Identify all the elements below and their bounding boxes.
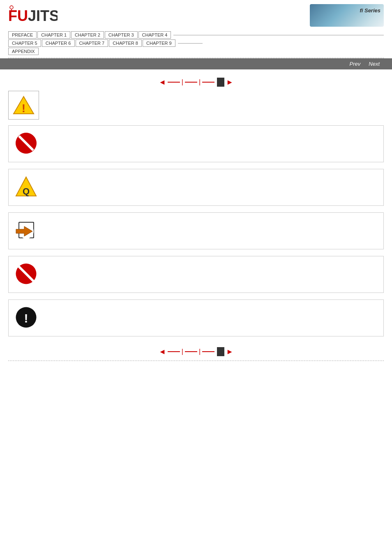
warning-text-area xyxy=(39,91,384,115)
section-prohibition-1 xyxy=(8,125,384,162)
bottom-page-line-2 xyxy=(185,351,197,352)
nav-chapter2[interactable]: CHAPTER 2 xyxy=(71,31,104,39)
caution-text xyxy=(44,173,379,175)
bottom-page-line-3 xyxy=(202,351,214,352)
svg-text:FU: FU xyxy=(8,7,28,24)
nav-appendix[interactable]: APPENDIX xyxy=(8,48,39,55)
prev-button[interactable]: Prev xyxy=(346,60,365,68)
prev-next-bar: Prev Next xyxy=(0,58,392,69)
nav-chapter9[interactable]: CHAPTER 9 xyxy=(143,39,175,47)
next-button[interactable]: Next xyxy=(364,60,384,68)
prohibition-icon-box-2 xyxy=(13,260,39,287)
warning-triangle-icon: ! xyxy=(12,95,35,115)
header: FU JITSU fi Series xyxy=(0,0,392,29)
prohibition-icon-2 xyxy=(15,263,37,285)
svg-text:JITSU: JITSU xyxy=(28,7,58,24)
bottom-divider xyxy=(8,360,384,361)
navigation: PREFACE CHAPTER 1 CHAPTER 2 CHAPTER 3 CH… xyxy=(0,29,392,55)
bottom-last-page-button[interactable]: ► xyxy=(226,348,233,356)
brand-banner: fi Series xyxy=(310,4,384,27)
bottom-first-page-button[interactable]: ◄ xyxy=(159,348,166,356)
nav-chapter6[interactable]: CHAPTER 6 xyxy=(42,39,75,47)
last-page-button[interactable]: ► xyxy=(226,78,233,87)
nav-row-3: APPENDIX xyxy=(8,48,384,55)
nav-row-2: CHAPTER 5 CHAPTER 6 CHAPTER 7 CHAPTER 8 … xyxy=(8,39,384,47)
bottom-nav-controls: ◄ | | ► xyxy=(159,347,233,356)
instruction-text xyxy=(44,217,379,219)
content-area: ! Q xyxy=(0,91,392,336)
page-line-2 xyxy=(185,82,197,83)
svg-text:!: ! xyxy=(22,102,25,115)
warning-icon-box: ! xyxy=(8,91,39,120)
important-icon: ! xyxy=(15,306,37,329)
top-page-controls: ◄ | | ► xyxy=(0,69,392,91)
next-indicator[interactable]: | xyxy=(199,78,201,86)
page-line-3 xyxy=(202,82,214,83)
section-important: ! xyxy=(8,299,384,336)
instruction-icon xyxy=(14,219,39,242)
section-prohibition-2 xyxy=(8,256,384,293)
important-text xyxy=(44,304,379,306)
nav-chapter1[interactable]: CHAPTER 1 xyxy=(37,31,70,39)
bottom-prev-page-button[interactable]: | xyxy=(182,348,183,355)
nav-chapter5[interactable]: CHAPTER 5 xyxy=(8,39,41,47)
nav-chapter3[interactable]: CHAPTER 3 xyxy=(105,31,138,39)
nav-separator-2 xyxy=(178,43,203,44)
bottom-current-page-block xyxy=(217,347,224,356)
bottom-page-controls: ◄ | | ► xyxy=(0,343,392,359)
prev-page-button[interactable]: | xyxy=(182,78,183,86)
prohibition-icon-box-1 xyxy=(13,130,39,157)
caution-icon: Q xyxy=(15,175,37,198)
bottom-next-indicator[interactable]: | xyxy=(199,348,201,355)
page-nav-controls: ◄ | | ► xyxy=(159,78,233,87)
nav-chapter7[interactable]: CHAPTER 7 xyxy=(76,39,108,47)
logo: FU JITSU xyxy=(8,5,58,26)
nav-row-1: PREFACE CHAPTER 1 CHAPTER 2 CHAPTER 3 CH… xyxy=(8,31,384,39)
prohibition-text-2 xyxy=(44,260,379,262)
bottom-page-line-1 xyxy=(168,351,180,352)
important-icon-box: ! xyxy=(13,304,39,331)
section-caution: Q xyxy=(8,169,384,206)
nav-chapter8[interactable]: CHAPTER 8 xyxy=(109,39,142,47)
svg-text:Q: Q xyxy=(23,186,30,196)
first-page-button[interactable]: ◄ xyxy=(159,78,166,87)
prohibition-icon-1 xyxy=(15,132,37,154)
fujitsu-logo-icon: FU JITSU xyxy=(8,5,58,26)
caution-icon-box: Q xyxy=(13,173,39,200)
instruction-icon-box xyxy=(13,217,39,244)
nav-preface[interactable]: PREFACE xyxy=(8,31,37,39)
fi-series-label: fi Series xyxy=(360,7,380,14)
section-warning: ! xyxy=(8,91,384,120)
svg-text:!: ! xyxy=(24,311,28,325)
prohibition-text-1 xyxy=(44,130,379,131)
current-page-block xyxy=(217,78,224,87)
nav-separator-1 xyxy=(173,35,384,35)
nav-chapter4[interactable]: CHAPTER 4 xyxy=(138,31,171,39)
page-line-1 xyxy=(168,82,180,83)
section-instruction xyxy=(8,212,384,249)
